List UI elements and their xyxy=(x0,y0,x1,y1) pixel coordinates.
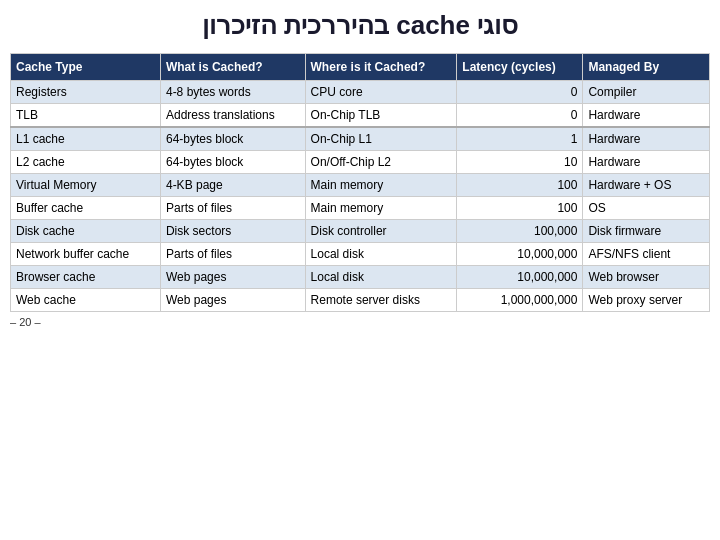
cache-table: Cache Type What is Cached? Where is it C… xyxy=(10,53,710,312)
table-cell: Disk controller xyxy=(305,220,457,243)
page: סוגי cache בהיררכית הזיכרון Cache Type W… xyxy=(0,0,720,540)
table-cell: Hardware xyxy=(583,151,710,174)
table-cell: Browser cache xyxy=(11,266,161,289)
table-cell: Local disk xyxy=(305,266,457,289)
table-cell: Disk firmware xyxy=(583,220,710,243)
table-row: Browser cacheWeb pagesLocal disk10,000,0… xyxy=(11,266,710,289)
table-row: Disk cacheDisk sectorsDisk controller100… xyxy=(11,220,710,243)
table-cell: CPU core xyxy=(305,81,457,104)
table-cell: Compiler xyxy=(583,81,710,104)
table-cell: 100,000 xyxy=(457,220,583,243)
table-row: TLBAddress translationsOn-Chip TLB0Hardw… xyxy=(11,104,710,128)
table-cell: 100 xyxy=(457,174,583,197)
table-row: Virtual Memory4-KB pageMain memory100Har… xyxy=(11,174,710,197)
table-row: L2 cache64-bytes blockOn/Off-Chip L210Ha… xyxy=(11,151,710,174)
table-cell: On-Chip L1 xyxy=(305,127,457,151)
table-cell: 10 xyxy=(457,151,583,174)
table-cell: 4-8 bytes words xyxy=(160,81,305,104)
table-cell: 10,000,000 xyxy=(457,243,583,266)
table-cell: On-Chip TLB xyxy=(305,104,457,128)
table-row: Network buffer cacheParts of filesLocal … xyxy=(11,243,710,266)
table-cell: 0 xyxy=(457,104,583,128)
table-cell: AFS/NFS client xyxy=(583,243,710,266)
table-cell: Main memory xyxy=(305,174,457,197)
table-cell: Registers xyxy=(11,81,161,104)
table-cell: Disk sectors xyxy=(160,220,305,243)
table-cell: OS xyxy=(583,197,710,220)
table-cell: Virtual Memory xyxy=(11,174,161,197)
table-row: L1 cache64-bytes blockOn-Chip L11Hardwar… xyxy=(11,127,710,151)
table-cell: 100 xyxy=(457,197,583,220)
table-cell: Parts of files xyxy=(160,243,305,266)
table-cell: Web cache xyxy=(11,289,161,312)
table-cell: Address translations xyxy=(160,104,305,128)
table-cell: On/Off-Chip L2 xyxy=(305,151,457,174)
table-cell: Remote server disks xyxy=(305,289,457,312)
table-cell: Hardware xyxy=(583,104,710,128)
table-cell: TLB xyxy=(11,104,161,128)
table-cell: 64-bytes block xyxy=(160,151,305,174)
table-cell: Web proxy server xyxy=(583,289,710,312)
table-cell: Web pages xyxy=(160,289,305,312)
col-header-what: What is Cached? xyxy=(160,54,305,81)
table-cell: Buffer cache xyxy=(11,197,161,220)
table-cell: 1,000,000,000 xyxy=(457,289,583,312)
table-cell: L1 cache xyxy=(11,127,161,151)
table-row: Web cacheWeb pagesRemote server disks1,0… xyxy=(11,289,710,312)
table-cell: Main memory xyxy=(305,197,457,220)
table-row: Buffer cacheParts of filesMain memory100… xyxy=(11,197,710,220)
table-cell: L2 cache xyxy=(11,151,161,174)
table-cell: 64-bytes block xyxy=(160,127,305,151)
table-cell: 4-KB page xyxy=(160,174,305,197)
table-cell: Local disk xyxy=(305,243,457,266)
table-cell: 1 xyxy=(457,127,583,151)
table-cell: 10,000,000 xyxy=(457,266,583,289)
table-cell: Network buffer cache xyxy=(11,243,161,266)
table-cell: Hardware + OS xyxy=(583,174,710,197)
col-header-managed: Managed By xyxy=(583,54,710,81)
table-cell: 0 xyxy=(457,81,583,104)
footer-label: – 20 – xyxy=(10,316,710,328)
page-title: סוגי cache בהיררכית הזיכרון xyxy=(10,10,710,41)
table-cell: Disk cache xyxy=(11,220,161,243)
table-cell: Web browser xyxy=(583,266,710,289)
table-row: Registers4-8 bytes wordsCPU core0Compile… xyxy=(11,81,710,104)
table-cell: Hardware xyxy=(583,127,710,151)
col-header-latency: Latency (cycles) xyxy=(457,54,583,81)
col-header-type: Cache Type xyxy=(11,54,161,81)
table-header-row: Cache Type What is Cached? Where is it C… xyxy=(11,54,710,81)
table-cell: Parts of files xyxy=(160,197,305,220)
col-header-where: Where is it Cached? xyxy=(305,54,457,81)
table-cell: Web pages xyxy=(160,266,305,289)
